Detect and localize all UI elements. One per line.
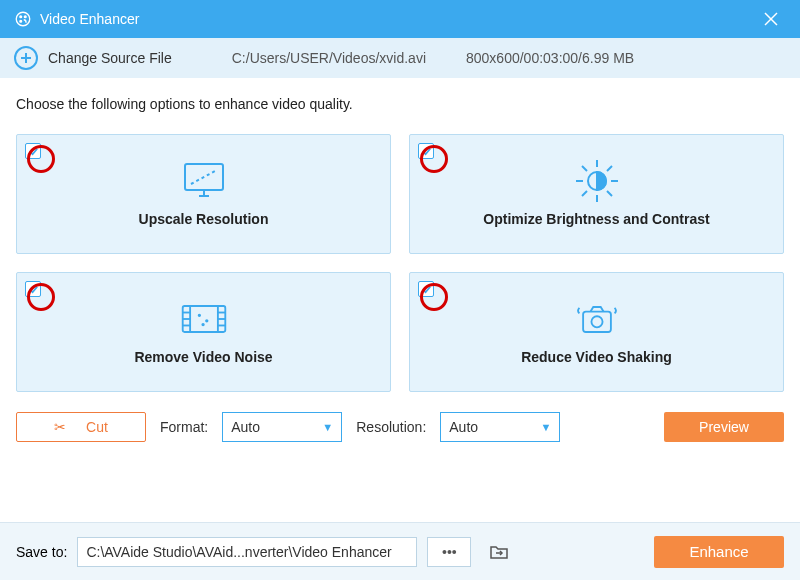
source-bar: Change Source File C:/Users/USER/Videos/… [0, 38, 800, 78]
svg-point-0 [16, 12, 30, 26]
monitor-icon [179, 161, 229, 201]
film-icon [179, 299, 229, 339]
checkbox-noise[interactable] [25, 281, 41, 297]
card-label: Reduce Video Shaking [521, 349, 672, 365]
enhance-button[interactable]: Enhance [654, 536, 784, 568]
resolution-select[interactable]: Auto ▼ [440, 412, 560, 442]
card-reduce-shaking[interactable]: Reduce Video Shaking [409, 272, 784, 392]
checkbox-shaking[interactable] [418, 281, 434, 297]
close-button[interactable] [756, 4, 786, 34]
card-upscale-resolution[interactable]: Upscale Resolution [16, 134, 391, 254]
controls-row: ✂ Cut Format: Auto ▼ Resolution: Auto ▼ … [16, 412, 784, 442]
svg-point-32 [202, 324, 203, 325]
source-meta: 800x600/00:03:00/6.99 MB [466, 50, 634, 66]
scissors-icon: ✂ [54, 419, 66, 435]
more-options-button[interactable]: ••• [427, 537, 471, 567]
add-source-icon[interactable] [14, 46, 38, 70]
svg-line-17 [582, 166, 587, 171]
folder-icon [489, 544, 509, 560]
chevron-down-icon: ▼ [540, 421, 551, 433]
format-label: Format: [160, 419, 208, 435]
instruction-text: Choose the following options to enhance … [16, 96, 784, 112]
sun-icon [572, 161, 622, 201]
open-folder-button[interactable] [481, 537, 517, 567]
options-grid: Upscale Resolution Optimize Brightness a… [16, 134, 784, 392]
cut-button[interactable]: ✂ Cut [16, 412, 146, 442]
svg-line-9 [191, 170, 217, 184]
card-remove-noise[interactable]: Remove Video Noise [16, 272, 391, 392]
card-label: Remove Video Noise [134, 349, 272, 365]
camera-shake-icon [572, 299, 622, 339]
svg-line-20 [607, 166, 612, 171]
svg-point-31 [206, 320, 207, 321]
svg-rect-33 [583, 312, 611, 332]
ellipsis-icon: ••• [442, 544, 457, 560]
source-path: C:/Users/USER/Videos/xvid.avi [232, 50, 426, 66]
format-value: Auto [231, 419, 260, 435]
main-content: Choose the following options to enhance … [0, 78, 800, 452]
card-label: Upscale Resolution [139, 211, 269, 227]
svg-point-2 [24, 16, 26, 18]
save-path-field[interactable]: C:\AVAide Studio\AVAid...nverter\Video E… [77, 537, 417, 567]
format-select[interactable]: Auto ▼ [222, 412, 342, 442]
card-optimize-brightness[interactable]: Optimize Brightness and Contrast [409, 134, 784, 254]
cut-label: Cut [86, 419, 108, 435]
resolution-label: Resolution: [356, 419, 426, 435]
svg-point-30 [198, 315, 199, 316]
svg-point-1 [20, 16, 22, 18]
resolution-value: Auto [449, 419, 478, 435]
svg-point-3 [20, 20, 22, 22]
change-source-button[interactable]: Change Source File [48, 50, 172, 66]
window-title: Video Enhancer [40, 11, 756, 27]
titlebar: Video Enhancer [0, 0, 800, 38]
checkbox-upscale[interactable] [25, 143, 41, 159]
checkbox-brightness[interactable] [418, 143, 434, 159]
svg-line-19 [582, 191, 587, 196]
svg-line-18 [607, 191, 612, 196]
save-to-label: Save to: [16, 544, 67, 560]
preview-button[interactable]: Preview [664, 412, 784, 442]
svg-point-34 [591, 316, 602, 327]
card-label: Optimize Brightness and Contrast [483, 211, 709, 227]
chevron-down-icon: ▼ [322, 421, 333, 433]
palette-icon [14, 10, 32, 28]
footer-bar: Save to: C:\AVAide Studio\AVAid...nverte… [0, 522, 800, 580]
